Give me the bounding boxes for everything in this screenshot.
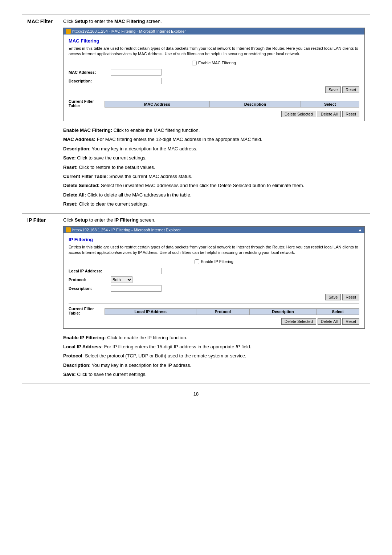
ip-btn-row: Save Reset: [69, 294, 359, 300]
ip-desc-line-5: Save: Click to save the current settings…: [63, 370, 365, 378]
mac-filter-actions: Delete Selected Delete All Reset: [69, 111, 359, 117]
mac-filter-browser-desc: Entries in this table are used to restri…: [69, 46, 359, 57]
ip-local-ip-row: Local IP Address:: [69, 268, 359, 274]
mac-desc-line-9: Reset: Click to clear the current settin…: [63, 200, 365, 208]
mac-filter-table-label: Current Filter Table:: [69, 99, 102, 108]
ip-protocol-label: Protocol:: [69, 278, 109, 282]
mac-enable-checkbox[interactable]: [192, 61, 197, 65]
mac-filter-content: Click Setup to enter the MAC Filtering s…: [58, 15, 370, 214]
mac-filter-browser-body: MAC Filtering Entries in this table are …: [64, 35, 364, 121]
ip-filter-table: Local IP Address Protocol Description Se…: [105, 308, 359, 315]
main-table: MAC Filter Click Setup to enter the MAC …: [22, 15, 370, 384]
mac-desc-section: Enable MAC Filtering: Click to enable th…: [63, 126, 365, 208]
ip-enable-checkbox[interactable]: [195, 259, 199, 264]
mac-desc-line-7: Delete Selected: Select the unwanted MAC…: [63, 182, 365, 189]
mac-col-select: Select: [301, 101, 359, 107]
ip-filter-content: Click Setup to enter the IP Filtering sc…: [58, 213, 370, 384]
mac-filter-reset-button[interactable]: Reset: [342, 111, 359, 117]
mac-description-row: Description:: [69, 78, 359, 84]
mac-filter-browser-heading: MAC Filtering: [69, 38, 359, 44]
page-container: MAC Filter Click Setup to enter the MAC …: [22, 15, 370, 397]
ip-filter-label: IP Filter: [22, 213, 58, 384]
mac-desc-line-3: Description: You may key in a descriptio…: [63, 145, 365, 153]
ip-filter-intro: Click Setup to enter the IP Filtering sc…: [63, 217, 365, 223]
mac-desc-line-4: Save: Click to save the current settings…: [63, 154, 365, 162]
mac-desc-line-5: Reset: Click to restore to the default v…: [63, 163, 365, 171]
ip-filter-table-label: Current Filter Table:: [69, 307, 102, 315]
mac-desc-line-1: Enable MAC Filtering: Click to enable th…: [63, 126, 365, 134]
mac-desc-line-2: MAC Address: For MAC filtering enters th…: [63, 135, 365, 143]
browser-icon: [66, 29, 71, 34]
mac-desc-line-6: Current Filter Table: Shows the current …: [63, 173, 365, 180]
ip-col-local-ip: Local IP Address: [105, 308, 196, 315]
ip-filter-actions: Delete Selected Delete All Reset: [69, 318, 359, 325]
ip-delete-all-button[interactable]: Delete All: [318, 318, 341, 325]
ip-desc-line-3: Protocol: Select the protocol (TCP, UDP …: [63, 352, 365, 360]
mac-col-mac: MAC Address: [105, 101, 209, 107]
ip-divider: [69, 303, 359, 304]
mac-reset-button[interactable]: Reset: [342, 86, 359, 93]
ip-filter-browser-window: http://192.168.1.254 - IP Filtering - Mi…: [63, 226, 365, 329]
mac-enable-row: Enable MAC Filtering: [69, 61, 359, 65]
mac-save-button[interactable]: Save: [325, 86, 341, 93]
ip-desc-line-4: Description: You may key in a descriptio…: [63, 361, 365, 369]
mac-description-label: Description:: [69, 79, 109, 83]
ip-protocol-select[interactable]: Both TCP UDP: [111, 276, 132, 283]
mac-filter-browser-titlebar: http://192.168.1.254 - MAC Filtering - M…: [64, 28, 364, 35]
mac-filter-label: MAC Filter: [22, 15, 58, 214]
ip-filter-browser-desc: Entries in this table are used to restri…: [69, 244, 359, 256]
ip-desc-line-1: Enable IP Filtering: Click to enable the…: [63, 334, 365, 341]
ip-local-ip-input[interactable]: [111, 268, 162, 274]
page-number: 18: [22, 391, 370, 397]
mac-divider: [69, 96, 359, 96]
ip-col-description: Description: [249, 308, 317, 315]
ip-col-protocol: Protocol: [196, 308, 249, 315]
mac-col-description: Description: [209, 101, 301, 107]
mac-delete-all-button[interactable]: Delete All: [318, 111, 341, 117]
ip-filter-browser-titlebar: http://192.168.1.254 - IP Filtering - Mi…: [64, 227, 364, 233]
ip-enable-row: Enable IP Filtering: [69, 259, 359, 264]
mac-filter-table: MAC Address Description Select: [105, 101, 359, 108]
ip-save-button[interactable]: Save: [325, 294, 341, 300]
mac-filter-browser-window: http://192.168.1.254 - MAC Filtering - M…: [63, 28, 365, 121]
ip-filter-browser-heading: IP Filtering: [69, 237, 359, 242]
ip-filter-browser-body: IP Filtering Entries in this table are u…: [64, 233, 364, 328]
ip-desc-line-2: Local IP Address: For IP filtering enter…: [63, 343, 365, 351]
ip-delete-selected-button[interactable]: Delete Selected: [281, 318, 316, 325]
ip-filter-row: IP Filter Click Setup to enter the IP Fi…: [22, 213, 370, 384]
mac-btn-row: Save Reset: [69, 86, 359, 93]
mac-description-input[interactable]: [111, 78, 162, 84]
mac-address-label: MAC Address:: [69, 70, 109, 74]
mac-filter-table-section: Current Filter Table: MAC Address Descri…: [69, 99, 359, 117]
browser-maximize-icon: ▲: [358, 227, 362, 232]
ip-protocol-row: Protocol: Both TCP UDP: [69, 276, 359, 283]
ip-reset-button[interactable]: Reset: [342, 294, 359, 300]
mac-filter-intro: Click Setup to enter the MAC Filtering s…: [63, 19, 365, 24]
ip-filter-table-section: Current Filter Table: Local IP Address P…: [69, 307, 359, 325]
ip-col-select: Select: [317, 308, 359, 315]
mac-address-row: MAC Address:: [69, 69, 359, 76]
mac-delete-selected-button[interactable]: Delete Selected: [281, 111, 316, 117]
ip-description-label: Description:: [69, 286, 109, 291]
mac-desc-line-8: Delete All: Click to delete all the MAC …: [63, 191, 365, 199]
mac-filter-row: MAC Filter Click Setup to enter the MAC …: [22, 15, 370, 214]
browser-icon-ip: [66, 227, 71, 232]
ip-local-ip-label: Local IP Address:: [69, 269, 109, 273]
ip-description-input[interactable]: [111, 285, 162, 292]
mac-address-input[interactable]: [111, 69, 162, 76]
ip-desc-section: Enable IP Filtering: Click to enable the…: [63, 334, 365, 378]
ip-filter-reset-button[interactable]: Reset: [342, 318, 359, 325]
ip-description-row: Description:: [69, 285, 359, 292]
